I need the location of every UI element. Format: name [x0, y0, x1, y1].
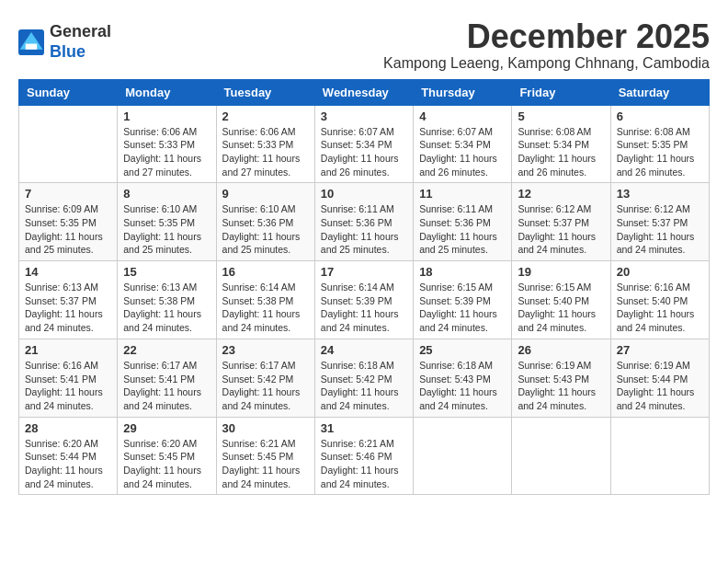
calendar-week-3: 14Sunrise: 6:13 AM Sunset: 5:37 PM Dayli…	[19, 261, 710, 339]
cell-content: Sunrise: 6:14 AM Sunset: 5:38 PM Dayligh…	[222, 281, 309, 335]
logo-icon	[18, 29, 44, 55]
cell-content: Sunrise: 6:13 AM Sunset: 5:38 PM Dayligh…	[123, 281, 210, 335]
day-number: 22	[123, 343, 210, 357]
calendar-table: SundayMondayTuesdayWednesdayThursdayFrid…	[18, 79, 710, 496]
logo-general: General	[50, 22, 111, 40]
calendar-cell: 23Sunrise: 6:17 AM Sunset: 5:42 PM Dayli…	[216, 339, 314, 417]
day-number: 11	[419, 187, 506, 201]
calendar-cell: 31Sunrise: 6:21 AM Sunset: 5:46 PM Dayli…	[314, 417, 413, 495]
calendar-cell: 2Sunrise: 6:06 AM Sunset: 5:33 PM Daylig…	[216, 105, 314, 183]
calendar-cell: 9Sunrise: 6:10 AM Sunset: 5:36 PM Daylig…	[216, 183, 314, 261]
day-number: 2	[222, 109, 309, 123]
day-number: 8	[123, 187, 210, 201]
logo: General Blue	[18, 22, 111, 62]
calendar-cell: 29Sunrise: 6:20 AM Sunset: 5:45 PM Dayli…	[118, 417, 216, 495]
day-number: 17	[321, 265, 407, 279]
cell-content: Sunrise: 6:16 AM Sunset: 5:40 PM Dayligh…	[617, 281, 703, 335]
cell-content: Sunrise: 6:21 AM Sunset: 5:45 PM Dayligh…	[222, 437, 309, 491]
calendar-cell: 12Sunrise: 6:12 AM Sunset: 5:37 PM Dayli…	[512, 183, 610, 261]
cell-content: Sunrise: 6:19 AM Sunset: 5:43 PM Dayligh…	[518, 359, 604, 413]
calendar-cell: 8Sunrise: 6:10 AM Sunset: 5:35 PM Daylig…	[118, 183, 216, 261]
cell-content: Sunrise: 6:06 AM Sunset: 5:33 PM Dayligh…	[123, 125, 210, 179]
cell-content: Sunrise: 6:13 AM Sunset: 5:37 PM Dayligh…	[25, 281, 111, 335]
day-header-sunday: Sunday	[19, 79, 118, 105]
day-number: 31	[321, 421, 407, 435]
calendar-cell: 22Sunrise: 6:17 AM Sunset: 5:41 PM Dayli…	[118, 339, 216, 417]
calendar-cell	[414, 417, 512, 495]
cell-content: Sunrise: 6:11 AM Sunset: 5:36 PM Dayligh…	[419, 202, 506, 257]
cell-content: Sunrise: 6:20 AM Sunset: 5:45 PM Dayligh…	[123, 437, 210, 491]
day-number: 7	[25, 187, 111, 201]
day-number: 16	[222, 265, 309, 279]
day-header-wednesday: Wednesday	[314, 79, 413, 105]
cell-content: Sunrise: 6:07 AM Sunset: 5:34 PM Dayligh…	[419, 125, 506, 179]
calendar-cell	[512, 417, 610, 495]
location-subtitle: Kampong Leaeng, Kampong Chhnang, Cambodi…	[383, 55, 710, 72]
calendar-cell: 1Sunrise: 6:06 AM Sunset: 5:33 PM Daylig…	[118, 105, 216, 183]
calendar-cell: 6Sunrise: 6:08 AM Sunset: 5:35 PM Daylig…	[610, 105, 709, 183]
calendar-cell: 17Sunrise: 6:14 AM Sunset: 5:39 PM Dayli…	[314, 261, 413, 339]
title-section: December 2025 Kampong Leaeng, Kampong Ch…	[383, 18, 710, 72]
calendar-cell: 4Sunrise: 6:07 AM Sunset: 5:34 PM Daylig…	[414, 105, 512, 183]
calendar-cell: 5Sunrise: 6:08 AM Sunset: 5:34 PM Daylig…	[512, 105, 610, 183]
calendar-cell: 16Sunrise: 6:14 AM Sunset: 5:38 PM Dayli…	[216, 261, 314, 339]
cell-content: Sunrise: 6:17 AM Sunset: 5:42 PM Dayligh…	[222, 359, 309, 413]
calendar-week-4: 21Sunrise: 6:16 AM Sunset: 5:41 PM Dayli…	[19, 339, 710, 417]
day-header-saturday: Saturday	[610, 79, 709, 105]
day-number: 24	[321, 343, 407, 357]
calendar-cell: 13Sunrise: 6:12 AM Sunset: 5:37 PM Dayli…	[610, 183, 709, 261]
page-header: General Blue December 2025 Kampong Leaen…	[18, 18, 710, 72]
calendar-cell: 28Sunrise: 6:20 AM Sunset: 5:44 PM Dayli…	[19, 417, 118, 495]
calendar-cell: 24Sunrise: 6:18 AM Sunset: 5:42 PM Dayli…	[314, 339, 413, 417]
cell-content: Sunrise: 6:20 AM Sunset: 5:44 PM Dayligh…	[25, 437, 111, 491]
day-number: 27	[617, 343, 703, 357]
calendar-cell: 26Sunrise: 6:19 AM Sunset: 5:43 PM Dayli…	[512, 339, 610, 417]
day-number: 25	[419, 343, 506, 357]
calendar-cell: 10Sunrise: 6:11 AM Sunset: 5:36 PM Dayli…	[314, 183, 413, 261]
day-header-monday: Monday	[118, 79, 216, 105]
cell-content: Sunrise: 6:12 AM Sunset: 5:37 PM Dayligh…	[518, 202, 604, 257]
calendar-cell: 7Sunrise: 6:09 AM Sunset: 5:35 PM Daylig…	[19, 183, 118, 261]
logo-blue: Blue	[50, 42, 85, 61]
day-number: 30	[222, 421, 309, 435]
logo-text: General Blue	[50, 22, 111, 62]
day-number: 23	[222, 343, 309, 357]
cell-content: Sunrise: 6:08 AM Sunset: 5:35 PM Dayligh…	[617, 125, 703, 179]
calendar-cell: 14Sunrise: 6:13 AM Sunset: 5:37 PM Dayli…	[19, 261, 118, 339]
calendar-week-1: 1Sunrise: 6:06 AM Sunset: 5:33 PM Daylig…	[19, 105, 710, 183]
cell-content: Sunrise: 6:15 AM Sunset: 5:39 PM Dayligh…	[419, 281, 506, 335]
day-number: 26	[518, 343, 604, 357]
calendar-cell: 21Sunrise: 6:16 AM Sunset: 5:41 PM Dayli…	[19, 339, 118, 417]
calendar-cell	[610, 417, 709, 495]
calendar-cell: 27Sunrise: 6:19 AM Sunset: 5:44 PM Dayli…	[610, 339, 709, 417]
cell-content: Sunrise: 6:07 AM Sunset: 5:34 PM Dayligh…	[321, 125, 407, 179]
day-number: 9	[222, 187, 309, 201]
cell-content: Sunrise: 6:09 AM Sunset: 5:35 PM Dayligh…	[25, 202, 111, 257]
calendar-header-row: SundayMondayTuesdayWednesdayThursdayFrid…	[19, 79, 710, 105]
calendar-cell: 3Sunrise: 6:07 AM Sunset: 5:34 PM Daylig…	[314, 105, 413, 183]
day-number: 15	[123, 265, 210, 279]
calendar-cell: 18Sunrise: 6:15 AM Sunset: 5:39 PM Dayli…	[414, 261, 512, 339]
day-number: 3	[321, 109, 407, 123]
day-number: 4	[419, 109, 506, 123]
cell-content: Sunrise: 6:10 AM Sunset: 5:35 PM Dayligh…	[123, 202, 210, 257]
calendar-cell: 30Sunrise: 6:21 AM Sunset: 5:45 PM Dayli…	[216, 417, 314, 495]
day-header-thursday: Thursday	[414, 79, 512, 105]
cell-content: Sunrise: 6:18 AM Sunset: 5:43 PM Dayligh…	[419, 359, 506, 413]
day-header-friday: Friday	[512, 79, 610, 105]
cell-content: Sunrise: 6:21 AM Sunset: 5:46 PM Dayligh…	[321, 437, 407, 491]
cell-content: Sunrise: 6:06 AM Sunset: 5:33 PM Dayligh…	[222, 125, 309, 179]
day-number: 5	[518, 109, 604, 123]
svg-rect-2	[26, 43, 37, 49]
day-number: 14	[25, 265, 111, 279]
day-number: 18	[419, 265, 506, 279]
day-number: 10	[321, 187, 407, 201]
cell-content: Sunrise: 6:18 AM Sunset: 5:42 PM Dayligh…	[321, 359, 407, 413]
calendar-week-5: 28Sunrise: 6:20 AM Sunset: 5:44 PM Dayli…	[19, 417, 710, 495]
cell-content: Sunrise: 6:12 AM Sunset: 5:37 PM Dayligh…	[617, 202, 703, 257]
day-number: 13	[617, 187, 703, 201]
calendar-week-2: 7Sunrise: 6:09 AM Sunset: 5:35 PM Daylig…	[19, 183, 710, 261]
cell-content: Sunrise: 6:11 AM Sunset: 5:36 PM Dayligh…	[321, 202, 407, 257]
day-number: 6	[617, 109, 703, 123]
cell-content: Sunrise: 6:15 AM Sunset: 5:40 PM Dayligh…	[518, 281, 604, 335]
